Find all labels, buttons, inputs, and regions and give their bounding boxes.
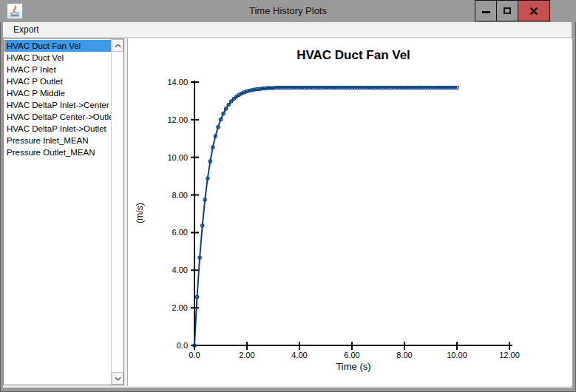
chart-series xyxy=(193,87,458,348)
y-tick-label: 14.00 xyxy=(167,78,188,87)
list-item[interactable]: Pressure Inlet_MEAN xyxy=(4,135,111,146)
x-tick-label: 0.0 xyxy=(189,351,200,359)
chevron-up-icon xyxy=(115,44,121,48)
x-tick-label: 4.00 xyxy=(291,351,307,359)
plot-list: HVAC Duct Fan VelHVAC Duct VelHVAC P Inl… xyxy=(3,38,124,385)
y-tick-label: 8.00 xyxy=(172,191,188,200)
list-item[interactable]: HVAC DeltaP Inlet->Center xyxy=(4,99,111,111)
x-axis-label: Time (s) xyxy=(336,361,370,372)
x-tick-label: 12.00 xyxy=(499,351,520,359)
plot-list-items: HVAC Duct Fan VelHVAC Duct VelHVAC P Inl… xyxy=(4,39,111,158)
x-tick-label: 6.00 xyxy=(344,351,359,359)
scroll-up-button[interactable] xyxy=(112,39,123,52)
content-area: HVAC Duct Fan VelHVAC Duct VelHVAC P Inl… xyxy=(3,38,572,388)
y-axis-label: (m/s) xyxy=(135,203,145,223)
minimize-button[interactable] xyxy=(475,0,497,21)
list-item[interactable]: HVAC Duct Vel xyxy=(4,52,111,64)
scroll-down-button[interactable] xyxy=(112,372,123,385)
app-window: Time History Plots Export HVAC Duct Fan … xyxy=(0,0,576,392)
chart-panel: HVAC Duct Fan Vel 0.02.004.006.008.0010.… xyxy=(127,38,572,386)
list-item[interactable]: HVAC Duct Fan Vel xyxy=(4,40,111,52)
list-item[interactable]: HVAC P Outlet xyxy=(4,75,111,87)
list-item[interactable]: HVAC DeltaP Center->Outlet xyxy=(4,111,111,123)
list-item[interactable]: HVAC P Middle xyxy=(4,87,111,99)
list-item[interactable]: Pressure Outlet_MEAN xyxy=(4,146,111,158)
list-scrollbar[interactable] xyxy=(111,39,123,385)
y-tick-label: 2.00 xyxy=(172,303,188,312)
chevron-down-icon xyxy=(115,376,121,381)
menu-export[interactable]: Export xyxy=(7,22,46,37)
titlebar[interactable]: Time History Plots xyxy=(0,0,576,22)
x-tick-label: 8.00 xyxy=(396,351,412,359)
chart-canvas: HVAC Duct Fan Vel 0.02.004.006.008.0010.… xyxy=(128,38,572,386)
list-item[interactable]: HVAC P Inlet xyxy=(4,64,111,75)
list-item[interactable]: HVAC DeltaP Inlet->Outlet xyxy=(4,123,111,135)
menubar: Export xyxy=(3,22,572,38)
maximize-icon xyxy=(504,7,511,14)
minimize-icon xyxy=(482,11,490,13)
y-tick-label: 10.00 xyxy=(167,153,188,162)
x-tick-label: 10.00 xyxy=(447,351,467,359)
maximize-button[interactable] xyxy=(496,0,518,21)
close-icon xyxy=(529,7,538,16)
y-tick-label: 6.00 xyxy=(172,228,188,237)
y-tick-label: 4.00 xyxy=(172,266,188,274)
chart-title: HVAC Duct Fan Vel xyxy=(297,48,410,62)
x-tick-label: 2.00 xyxy=(239,351,254,359)
y-tick-label: 12.00 xyxy=(167,115,188,124)
scrollbar-track[interactable] xyxy=(112,52,123,372)
close-button[interactable] xyxy=(518,0,550,21)
series-line xyxy=(194,88,457,345)
y-tick-label: 0.0 xyxy=(177,341,188,350)
